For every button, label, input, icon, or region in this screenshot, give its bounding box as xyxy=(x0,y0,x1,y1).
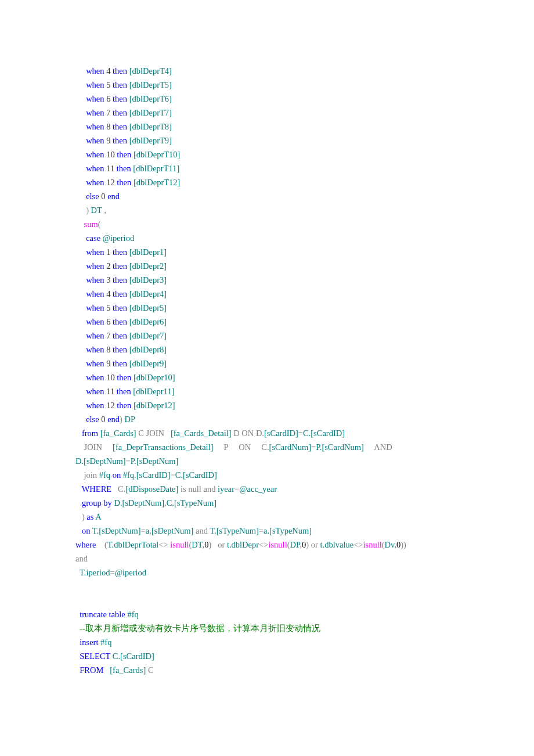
code-token xyxy=(75,80,86,89)
code-line: WHERE C.[dDisposeDate] is null and iyear… xyxy=(75,482,459,496)
code-token: when xyxy=(86,373,104,382)
code-line xyxy=(75,579,459,593)
code-token: when xyxy=(86,359,104,368)
code-line: else 0 end) DP xyxy=(75,412,459,426)
code-token xyxy=(75,526,82,535)
code-token: [fa_DeprTransactions_Detail] xyxy=(113,442,213,452)
code-token xyxy=(75,484,82,494)
code-token: [sCardNum] xyxy=(269,442,312,452)
code-token xyxy=(75,373,86,382)
code-token xyxy=(75,247,86,257)
code-token xyxy=(75,401,86,410)
code-line: group by D.[sDeptNum],C.[sTypeNum] xyxy=(75,496,459,510)
code-token: then xyxy=(117,178,131,187)
code-line: from [fa_Cards] C JOIN [fa_Cards_Detail]… xyxy=(75,426,459,440)
code-token xyxy=(96,540,104,549)
code-token: [sCardID] xyxy=(120,651,154,661)
code-token: [dblDepr10] xyxy=(134,373,175,382)
code-token: #fq xyxy=(125,610,139,619)
code-token: [dblDeprT11] xyxy=(133,164,179,173)
code-token xyxy=(75,192,86,201)
code-line: when 11 then [dblDepr11] xyxy=(75,384,459,398)
code-line: when 6 then [dblDeprT6] xyxy=(75,92,459,106)
code-token xyxy=(75,359,86,368)
code-token: is null and xyxy=(178,484,215,494)
code-token xyxy=(75,429,82,438)
code-token: 12 xyxy=(104,401,117,410)
code-token: 9 xyxy=(104,359,113,368)
code-line: FROM [fa_Cards] C xyxy=(75,663,459,677)
code-token xyxy=(75,206,86,215)
code-line: when 1 then [dblDepr1] xyxy=(75,245,459,259)
code-token xyxy=(75,442,84,452)
code-token xyxy=(75,219,84,229)
code-token: when xyxy=(86,136,104,145)
code-token: 8 xyxy=(104,122,113,131)
code-token: else xyxy=(86,415,99,424)
code-line: when 10 then [dblDeprT10] xyxy=(75,147,459,161)
code-token: 7 xyxy=(104,331,113,340)
code-token: end xyxy=(107,415,120,424)
code-token: then xyxy=(113,275,127,285)
code-line: sum( xyxy=(75,217,459,231)
code-line: when 8 then [dblDeprT8] xyxy=(75,120,459,134)
code-token: isnull xyxy=(268,540,287,549)
code-token: or xyxy=(309,540,318,549)
code-line: SELECT C.[sCardID] xyxy=(75,649,459,663)
code-token: [sCardID] xyxy=(264,429,298,438)
code-token: then xyxy=(113,122,127,131)
code-token: C JOIN xyxy=(136,429,171,438)
code-token: then xyxy=(113,261,127,271)
code-token: DT xyxy=(89,206,104,215)
code-token: C. xyxy=(303,429,311,438)
code-token: DT xyxy=(192,540,202,549)
code-token: C. xyxy=(111,484,125,494)
code-token: <> xyxy=(353,540,363,549)
code-line: when 5 then [dblDeprT5] xyxy=(75,78,459,92)
code-token: then xyxy=(113,289,127,298)
code-token: <> xyxy=(158,540,170,549)
code-token xyxy=(75,498,82,507)
code-token: = xyxy=(234,484,239,494)
code-token: [sTypeNum] xyxy=(217,526,259,535)
code-token: P. xyxy=(316,442,322,452)
code-token: 0 xyxy=(99,415,108,424)
code-token: as xyxy=(85,512,94,521)
code-token: when xyxy=(86,164,104,173)
code-token: C. xyxy=(167,498,174,507)
code-token xyxy=(75,164,86,173)
code-token: 6 xyxy=(104,94,113,103)
code-token: when xyxy=(86,331,104,340)
code-line: ) DT , xyxy=(75,203,459,217)
code-token: [sCardID] xyxy=(183,470,217,480)
code-token: [sCardID] xyxy=(136,470,171,480)
code-line: when 4 then [dblDepr4] xyxy=(75,287,459,301)
code-token: [fa_Cards] xyxy=(100,429,136,438)
code-token: WHERE xyxy=(82,484,112,494)
code-token: [sDeptNum] xyxy=(151,526,194,535)
code-token: [dblDeprT4] xyxy=(129,66,172,75)
code-token: DP xyxy=(122,415,135,424)
code-token: when xyxy=(86,150,104,159)
code-token: DP xyxy=(290,540,300,549)
code-token: A xyxy=(93,512,101,521)
code-token: when xyxy=(86,66,104,75)
code-token: 11 xyxy=(104,164,117,173)
code-token: 4 xyxy=(104,289,113,298)
code-line: when 7 then [dblDepr7] xyxy=(75,329,459,343)
code-token: where xyxy=(75,540,96,549)
code-line: when 10 then [dblDepr10] xyxy=(75,370,459,384)
code-token: [sDeptNum] xyxy=(99,526,141,535)
code-token xyxy=(75,470,84,480)
code-token: a. xyxy=(264,526,269,535)
code-token: AND xyxy=(364,442,392,452)
code-line: when 9 then [dblDepr9] xyxy=(75,357,459,370)
code-token: D ON D. xyxy=(232,429,264,438)
code-token: 5 xyxy=(104,303,113,312)
code-token: 10 xyxy=(104,373,117,382)
code-token: end xyxy=(107,192,120,201)
code-token: FROM xyxy=(80,665,103,675)
code-token: [sCardNum] xyxy=(322,442,364,452)
code-token: 2 xyxy=(104,261,113,271)
code-token: [sDeptNum] xyxy=(136,456,179,466)
